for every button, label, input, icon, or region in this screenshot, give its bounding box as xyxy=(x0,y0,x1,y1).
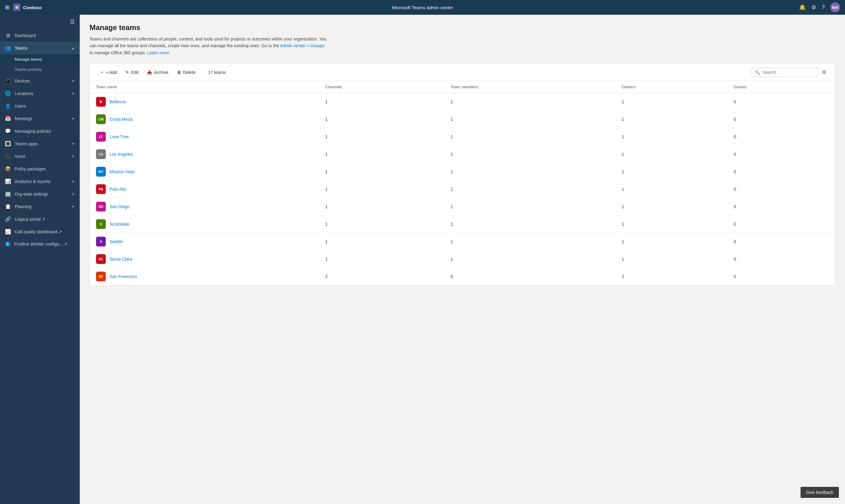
column-settings-button[interactable]: ⚙ xyxy=(820,68,829,77)
team-name-link[interactable]: Bellevue xyxy=(109,99,126,104)
sidebar-item-teams-policies[interactable]: Teams policies xyxy=(0,65,80,74)
cell-channels: 1 xyxy=(319,163,444,181)
learn-more-link[interactable]: Learn more xyxy=(147,50,169,55)
sidebar-item-locations[interactable]: 🌐 Locations ▼ xyxy=(0,87,80,100)
cell-owners: 1 xyxy=(616,233,727,250)
sidebar: ☰ ⊞ Dashboard 👥 Teams ▲ Manage teams Tea… xyxy=(0,15,80,504)
team-name-link[interactable]: Santa Clara xyxy=(109,257,132,262)
add-button[interactable]: ＋ + Add xyxy=(96,68,121,77)
sidebar-item-teams[interactable]: 👥 Teams ▲ xyxy=(0,42,80,54)
team-name-link[interactable]: Los Angeles xyxy=(109,152,133,157)
sidebar-label-legacy-portal: Legacy portal ↗ xyxy=(15,217,75,222)
sidebar-item-teams-apps[interactable]: 🔳 Teams apps ▼ xyxy=(0,137,80,150)
planning-icon: 📋 xyxy=(5,203,11,210)
voice-icon: 📞 xyxy=(5,153,11,159)
header-left: ⊞ ⊞ Contoso xyxy=(5,4,42,11)
give-feedback-button[interactable]: Give feedback xyxy=(800,487,839,498)
voice-chevron-icon: ▼ xyxy=(71,155,75,158)
policy-packages-icon: 📦 xyxy=(5,166,11,172)
page-description: Teams and channels are collections of pe… xyxy=(90,36,329,56)
analytics-icon: 📊 xyxy=(5,178,11,184)
cell-guests: 0 xyxy=(727,216,835,233)
archive-button[interactable]: 📥 Archive xyxy=(143,68,172,77)
meetings-chevron-icon: ▼ xyxy=(71,117,75,121)
meetings-icon: 📅 xyxy=(5,115,11,121)
devices-icon: 📱 xyxy=(5,78,11,84)
team-name-link[interactable]: Mission Viejo xyxy=(109,169,135,174)
table-row: SC Santa Clara 1 1 1 0 xyxy=(90,250,835,268)
cell-guests: 0 xyxy=(727,128,835,146)
call-quality-icon: 📈 xyxy=(5,229,11,235)
team-avatar: S xyxy=(96,219,106,229)
table-row: S Scottsdale 1 1 1 0 xyxy=(90,216,835,233)
settings-icon[interactable]: ⚙ xyxy=(811,4,816,11)
sidebar-item-call-quality[interactable]: 📈 Call quality dashboard ↗ xyxy=(0,225,80,238)
teams-icon: 👥 xyxy=(5,45,11,51)
cell-members: 1 xyxy=(444,146,616,163)
waffle-icon[interactable]: ⊞ xyxy=(5,4,10,11)
analytics-chevron-icon: ▼ xyxy=(71,180,75,183)
team-name-link[interactable]: San Diego xyxy=(109,204,129,209)
team-name-link[interactable]: Palo Alto xyxy=(109,187,126,192)
cell-team-name: SF San Francisco xyxy=(90,268,319,285)
table-row: MV Mission Viejo 1 1 1 0 xyxy=(90,163,835,181)
sidebar-item-policy-packages[interactable]: 📦 Policy packages xyxy=(0,162,80,175)
cell-channels: 1 xyxy=(319,128,444,146)
cell-owners: 1 xyxy=(616,250,727,268)
team-name-link[interactable]: Costa Mesa xyxy=(109,117,133,122)
hamburger-button[interactable]: ☰ xyxy=(70,18,75,25)
sidebar-item-manage-teams[interactable]: Manage teams xyxy=(0,54,80,65)
team-avatar: S xyxy=(96,237,106,247)
cell-owners: 2 xyxy=(616,268,727,285)
sidebar-label-analytics: Analytics & reports xyxy=(15,179,68,184)
sidebar-item-analytics[interactable]: 📊 Analytics & reports ▼ xyxy=(0,175,80,187)
team-name-link[interactable]: Seattle xyxy=(109,239,123,244)
avatar[interactable]: MA xyxy=(830,2,840,12)
search-box[interactable]: 🔍 xyxy=(751,68,818,77)
sidebar-item-messaging-policies[interactable]: 💬 Messaging policies xyxy=(0,125,80,137)
cell-owners: 1 xyxy=(616,93,727,111)
brand-name: Contoso xyxy=(23,5,42,10)
sidebar-item-meetings[interactable]: 📅 Meetings ▼ xyxy=(0,112,80,125)
team-avatar: MV xyxy=(96,167,106,177)
delete-button[interactable]: 🗑 Delete xyxy=(173,68,199,77)
sidebar-item-planning[interactable]: 📋 Planning ▼ xyxy=(0,200,80,213)
sidebar-item-firstline[interactable]: S Firstline Worker configu... ↗ xyxy=(0,238,80,250)
cell-members: 1 xyxy=(444,163,616,181)
locations-chevron-icon: ▼ xyxy=(71,92,75,95)
cell-guests: 0 xyxy=(727,198,835,216)
sidebar-item-legacy-portal[interactable]: 🔗 Legacy portal ↗ xyxy=(0,213,80,225)
sidebar-item-org-wide[interactable]: 🏢 Org-wide settings ▼ xyxy=(0,187,80,200)
search-input[interactable] xyxy=(762,70,814,75)
team-avatar: CM xyxy=(96,114,106,124)
firstline-icon: S xyxy=(5,241,11,247)
brand-logo: ⊞ xyxy=(13,4,20,11)
teams-policies-label: Teams policies xyxy=(15,67,42,72)
team-count: 17 teams xyxy=(208,70,226,75)
bell-icon[interactable]: 🔔 xyxy=(799,4,806,11)
sidebar-label-messaging: Messaging policies xyxy=(15,129,75,134)
sidebar-label-dashboard: Dashboard xyxy=(15,33,75,38)
cell-channels: 1 xyxy=(319,198,444,216)
sidebar-item-users[interactable]: 👤 Users xyxy=(0,100,80,112)
sidebar-item-dashboard[interactable]: ⊞ Dashboard xyxy=(0,29,80,42)
sidebar-item-voice[interactable]: 📞 Voice ▼ xyxy=(0,150,80,162)
sidebar-label-teams: Teams xyxy=(15,46,68,51)
sidebar-item-devices[interactable]: 📱 Devices ▼ xyxy=(0,74,80,87)
cell-members: 1 xyxy=(444,128,616,146)
team-name-link[interactable]: Lone Tree xyxy=(109,134,129,139)
locations-icon: 🌐 xyxy=(5,90,11,96)
team-name-link[interactable]: San Francisco xyxy=(109,274,137,279)
help-icon[interactable]: ? xyxy=(822,4,825,11)
manage-teams-label: Manage teams xyxy=(15,57,42,61)
admin-center-link[interactable]: Admin center > Groups xyxy=(280,43,324,48)
dashboard-icon: ⊞ xyxy=(5,33,11,38)
cell-channels: 2 xyxy=(319,268,444,285)
devices-chevron-icon: ▼ xyxy=(71,79,75,83)
team-name-link[interactable]: Scottsdale xyxy=(109,222,129,227)
edit-button[interactable]: ✎ Edit xyxy=(122,68,142,77)
toolbar-divider xyxy=(203,69,203,76)
cell-guests: 0 xyxy=(727,250,835,268)
team-avatar: SC xyxy=(96,254,106,264)
cell-members: 1 xyxy=(444,111,616,128)
